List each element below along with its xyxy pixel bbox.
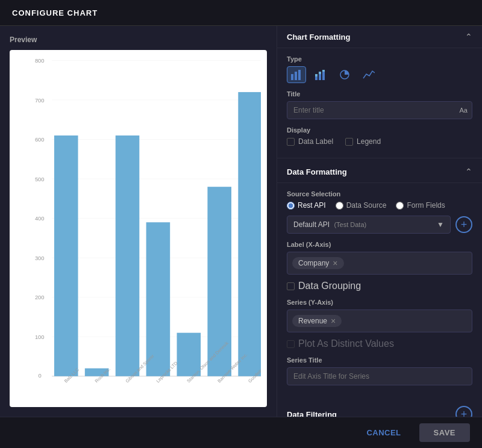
chart-type-line[interactable]	[359, 66, 378, 83]
svg-rect-35	[315, 76, 318, 80]
chart-formatting-chevron[interactable]: ⌃	[465, 32, 472, 42]
chart-area: 800 700 600 500 400 300 200 100 0	[10, 50, 267, 407]
series-title-input[interactable]	[287, 367, 472, 385]
data-grouping-label: Data Grouping	[298, 281, 361, 291]
svg-text:400: 400	[35, 215, 45, 222]
radio-form-fields-label: Form Fields	[407, 201, 445, 210]
data-formatting-header: Data Formatting ⌃	[277, 161, 482, 183]
svg-text:100: 100	[35, 334, 45, 340]
label-xaxis-label: Label (X-Axis)	[287, 241, 472, 248]
chart-formatting-title: Chart Formatting	[287, 33, 350, 42]
data-label-checkbox[interactable]	[287, 138, 295, 146]
type-label: Type	[287, 55, 472, 63]
dropdown-text-wrap: Default API (Test Data)	[293, 220, 366, 229]
add-filter-button[interactable]: +	[455, 406, 472, 417]
chart-type-row	[287, 66, 472, 83]
source-selection-label: Source Selection	[287, 190, 472, 198]
dropdown-subtext: (Test Data)	[334, 221, 366, 228]
data-grouping-checkbox[interactable]	[287, 282, 295, 290]
data-filtering-label: Data Filtering	[287, 410, 337, 417]
svg-text:700: 700	[35, 97, 45, 104]
svg-rect-37	[319, 74, 321, 80]
series-yaxis-label: Series (Y-Axis)	[287, 299, 472, 306]
stacked-bar-icon	[315, 69, 327, 80]
chart-type-bar[interactable]	[287, 66, 306, 83]
preview-panel: Preview 800 700 600 500 400 300 200 100 …	[0, 26, 277, 417]
data-grouping-row: Data Grouping	[287, 281, 472, 291]
svg-rect-38	[319, 72, 321, 74]
svg-rect-36	[315, 74, 318, 76]
data-label-text: Data Label	[298, 137, 333, 146]
svg-rect-34	[298, 70, 301, 80]
bar-chart-svg: 800 700 600 500 400 300 200 100 0	[34, 56, 261, 383]
radio-data-source-input[interactable]	[336, 202, 343, 210]
svg-rect-40	[322, 70, 325, 72]
dialog-title: CONFIGURE CHART	[12, 8, 98, 17]
revenue-tag-close[interactable]: ×	[331, 317, 336, 325]
data-formatting-chevron[interactable]: ⌃	[465, 167, 472, 176]
dialog-body: Preview 800 700 600 500 400 300 200 100 …	[0, 26, 482, 417]
right-panel: Chart Formatting ⌃ Type	[277, 26, 482, 417]
svg-rect-21	[146, 222, 171, 376]
plot-distinct-checkbox[interactable]	[287, 340, 295, 348]
svg-text:500: 500	[35, 176, 45, 182]
company-tag-close[interactable]: ×	[333, 259, 337, 267]
configure-chart-dialog: CONFIGURE CHART Preview 800 700 600 500 …	[0, 0, 482, 448]
api-dropdown[interactable]: Default API (Test Data) ▼	[287, 216, 451, 234]
company-tag: Company ×	[292, 257, 344, 269]
api-dropdown-row: Default API (Test Data) ▼ +	[287, 216, 472, 234]
svg-text:300: 300	[35, 255, 45, 261]
radio-data-source[interactable]: Data Source	[336, 201, 387, 210]
radio-rest-api-label: Rest API	[298, 201, 326, 210]
radio-rest-api-input[interactable]	[287, 202, 295, 210]
dialog-footer: CANCEL SAVE	[0, 417, 482, 448]
svg-rect-18	[54, 135, 78, 376]
display-row: Data Label Legend	[287, 137, 472, 146]
pie-chart-icon	[339, 69, 351, 80]
chart-type-stacked[interactable]	[311, 66, 330, 83]
legend-text: Legend	[357, 137, 381, 146]
svg-rect-24	[238, 92, 261, 376]
svg-rect-32	[291, 74, 293, 80]
radio-form-fields-input[interactable]	[396, 202, 404, 210]
legend-checkbox[interactable]	[345, 138, 353, 146]
title-input[interactable]	[287, 101, 472, 119]
chart-type-pie[interactable]	[335, 66, 354, 83]
plot-distinct-label: Plot As Distinct Values	[298, 338, 394, 349]
svg-text:200: 200	[35, 294, 45, 300]
svg-rect-33	[295, 72, 297, 80]
series-yaxis-tags[interactable]: Revenue ×	[287, 310, 472, 332]
bar-chart-icon	[290, 69, 302, 80]
data-filtering-row: Data Filtering +	[277, 400, 482, 417]
data-label-checkbox-label[interactable]: Data Label	[287, 137, 333, 146]
display-label: Display	[287, 126, 472, 134]
revenue-tag-text: Revenue	[298, 317, 327, 325]
plot-distinct-row: Plot As Distinct Values	[287, 338, 472, 349]
series-title-label: Series Title	[287, 356, 472, 364]
label-xaxis-tags[interactable]: Company ×	[287, 252, 472, 275]
svg-rect-20	[116, 135, 140, 376]
svg-text:0: 0	[39, 372, 42, 379]
company-tag-text: Company	[298, 259, 329, 267]
add-api-button[interactable]: +	[455, 216, 472, 233]
radio-form-fields[interactable]: Form Fields	[396, 201, 445, 210]
data-formatting-title: Data Formatting	[287, 167, 347, 176]
title-input-wrap: Aa	[287, 101, 472, 119]
radio-rest-api[interactable]: Rest API	[287, 201, 326, 210]
dropdown-chevron-icon: ▼	[437, 220, 444, 229]
line-chart-icon	[363, 69, 375, 80]
chart-formatting-content: Type	[277, 48, 482, 155]
save-button[interactable]: SAVE	[419, 423, 470, 442]
dropdown-text: Default API	[293, 220, 330, 229]
legend-checkbox-label[interactable]: Legend	[345, 137, 381, 146]
title-label: Title	[287, 90, 472, 98]
svg-text:800: 800	[35, 57, 45, 64]
svg-rect-39	[322, 72, 325, 80]
radio-data-source-label: Data Source	[346, 201, 387, 210]
source-selection-row: Rest API Data Source Form Fields	[287, 201, 472, 210]
cancel-button[interactable]: CANCEL	[354, 423, 413, 442]
text-format-icon: Aa	[460, 107, 468, 114]
dialog-header: CONFIGURE CHART	[0, 0, 482, 26]
chart-formatting-header: Chart Formatting ⌃	[277, 26, 482, 48]
svg-text:600: 600	[35, 136, 45, 143]
